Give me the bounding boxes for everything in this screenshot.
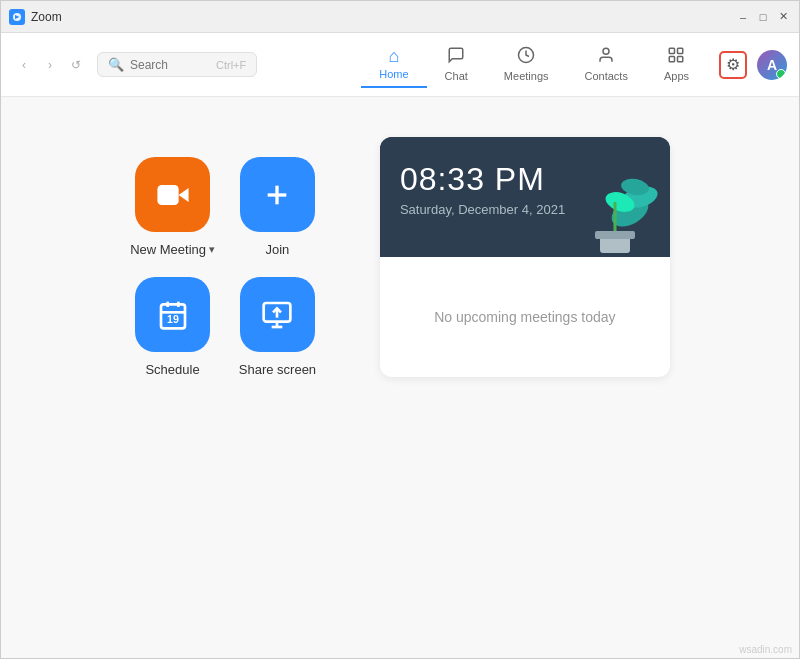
svg-rect-5	[678, 48, 683, 53]
search-icon: 🔍	[108, 57, 124, 72]
chat-icon	[447, 46, 465, 67]
share-screen-item: Share screen	[235, 277, 320, 377]
refresh-button[interactable]: ↺	[65, 54, 87, 76]
schedule-label: Schedule	[145, 362, 199, 377]
svg-rect-6	[670, 56, 675, 61]
join-label: Join	[266, 242, 290, 257]
maximize-button[interactable]: □	[755, 9, 771, 25]
titlebar-left: Zoom	[9, 9, 62, 25]
join-button[interactable]	[240, 157, 315, 232]
tab-home-label: Home	[379, 68, 408, 80]
close-button[interactable]: ✕	[775, 9, 791, 25]
toolbar: ‹ › ↺ 🔍 Ctrl+F ⌂ Home Chat	[1, 33, 799, 97]
no-meetings-text: No upcoming meetings today	[434, 309, 615, 325]
tab-meetings[interactable]: Meetings	[486, 40, 567, 90]
tab-contacts-label: Contacts	[585, 70, 628, 82]
new-meeting-item: New Meeting ▾	[130, 157, 215, 257]
search-shortcut: Ctrl+F	[216, 59, 246, 71]
action-grid: New Meeting ▾ Join 19	[130, 157, 320, 377]
share-screen-button[interactable]	[240, 277, 315, 352]
contacts-icon	[597, 46, 615, 67]
forward-button[interactable]: ›	[39, 54, 61, 76]
search-input[interactable]	[130, 58, 210, 72]
time-text: 08:33 PM	[400, 161, 650, 198]
join-item: Join	[235, 157, 320, 257]
titlebar: Zoom – □ ✕	[1, 1, 799, 33]
tab-home[interactable]: ⌂ Home	[361, 41, 426, 88]
tab-apps-label: Apps	[664, 70, 689, 82]
window-controls[interactable]: – □ ✕	[735, 9, 791, 25]
calendar-header: 08:33 PM Saturday, December 4, 2021	[380, 137, 670, 257]
schedule-item: 19 Schedule	[130, 277, 215, 377]
search-bar[interactable]: 🔍 Ctrl+F	[97, 52, 257, 77]
apps-icon	[667, 46, 685, 67]
app-icon	[9, 9, 25, 25]
svg-rect-4	[670, 48, 675, 53]
svg-rect-22	[595, 231, 635, 239]
time-display: 08:33 PM Saturday, December 4, 2021	[400, 161, 650, 217]
back-button[interactable]: ‹	[13, 54, 35, 76]
svg-point-3	[603, 48, 609, 54]
tab-chat[interactable]: Chat	[427, 40, 486, 90]
calendar-body: No upcoming meetings today	[380, 257, 670, 377]
nav-tabs: ⌂ Home Chat Meetings	[361, 40, 707, 90]
tab-meetings-label: Meetings	[504, 70, 549, 82]
tab-chat-label: Chat	[445, 70, 468, 82]
calendar-panel: 08:33 PM Saturday, December 4, 2021 No u…	[380, 137, 670, 377]
meetings-icon	[517, 46, 535, 67]
settings-button[interactable]: ⚙	[719, 51, 747, 79]
new-meeting-button[interactable]	[135, 157, 210, 232]
minimize-button[interactable]: –	[735, 9, 751, 25]
date-text: Saturday, December 4, 2021	[400, 202, 650, 217]
svg-rect-9	[157, 185, 178, 205]
main-content: New Meeting ▾ Join 19	[1, 97, 799, 659]
svg-marker-8	[178, 187, 188, 201]
svg-text:19: 19	[167, 313, 179, 325]
navigation-buttons: ‹ › ↺	[13, 54, 87, 76]
share-screen-label: Share screen	[239, 362, 316, 377]
new-meeting-label: New Meeting ▾	[130, 242, 215, 257]
new-meeting-dropdown-arrow: ▾	[209, 243, 215, 256]
watermark: wsadin.com	[739, 644, 792, 655]
tab-contacts[interactable]: Contacts	[567, 40, 646, 90]
avatar[interactable]: A	[757, 50, 787, 80]
home-icon: ⌂	[389, 47, 400, 65]
schedule-button[interactable]: 19	[135, 277, 210, 352]
svg-rect-7	[678, 56, 683, 61]
app-title: Zoom	[31, 10, 62, 24]
tab-apps[interactable]: Apps	[646, 40, 707, 90]
